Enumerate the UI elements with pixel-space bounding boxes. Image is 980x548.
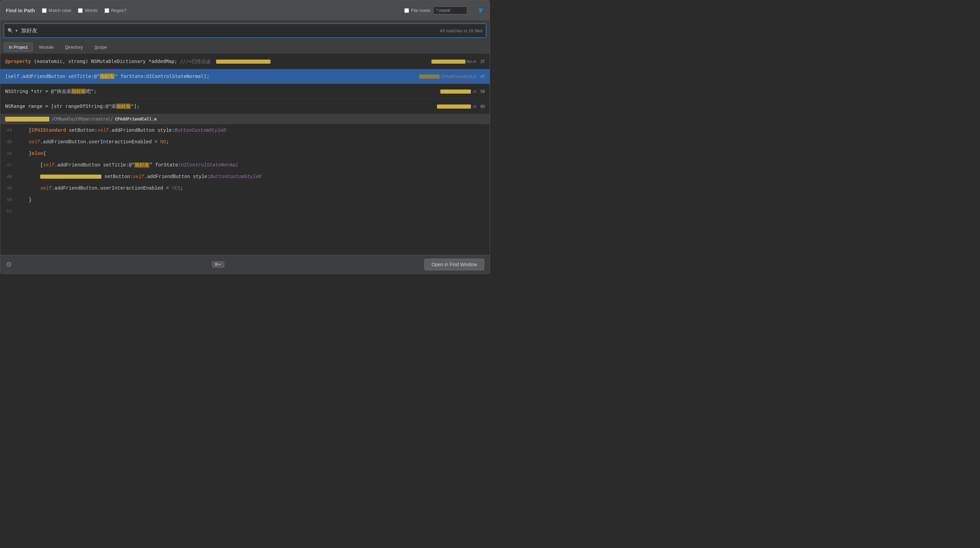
code-line-51: 51 <box>0 206 490 217</box>
scope-tabs: In Project Module Directory Scope <box>0 40 490 54</box>
result-row[interactable]: @property (nonatomic, strong) NSMutableD… <box>0 54 490 69</box>
search-icon-area: 🔍 ▼ <box>8 28 18 33</box>
match-case-label: Match case <box>49 8 71 13</box>
header: Find in Path Match case Words Regex? Fil… <box>0 0 490 21</box>
redact-path-prefix <box>5 117 49 121</box>
tab-scope[interactable]: Scope <box>89 43 112 52</box>
match-count: 49 matches in 18 files <box>440 28 482 33</box>
code-line-50: 50 } <box>0 194 490 206</box>
code-file-path: /CPBundle/CPUser/control/ CPAddFriendCel… <box>0 114 490 124</box>
redact-1 <box>216 60 270 64</box>
search-input[interactable] <box>21 27 440 34</box>
code-line-45: 45 self.addFriendButton.userInteractionE… <box>0 136 490 148</box>
code-line-48: 48 setButton:self.addFriendButton style:… <box>0 171 490 182</box>
tab-in-project-label: In Project <box>9 45 27 50</box>
file-mask-label: File mask: <box>411 8 431 13</box>
tab-directory-label: Directory <box>65 45 83 50</box>
tab-module-label: Module <box>39 45 54 50</box>
regex-checkbox[interactable] <box>105 8 109 13</box>
result-row-selected[interactable]: [self.addFriendButton setTitle:@"加好友" fo… <box>0 69 490 84</box>
result-file: ller.m 37 <box>426 59 485 64</box>
result-file: .m 59 <box>435 89 485 94</box>
result-content: NSString *str = @"快去添加好友吧"; <box>5 89 435 95</box>
code-line-47: 47 [self.addFriendButton setTitle:@"加好友"… <box>0 159 490 171</box>
tab-module[interactable]: Module <box>34 43 59 52</box>
settings-icon[interactable]: ⚙ <box>6 260 12 269</box>
tab-in-project[interactable]: In Project <box>4 43 33 52</box>
result-content: NSRange range = [str rangeOfString:@"添加好… <box>5 104 431 110</box>
code-line-49: 49 self.addFriendButton.userInteractionE… <box>0 182 490 194</box>
result-row[interactable]: NSString *str = @"快去添加好友吧"; .m 59 <box>0 84 490 99</box>
result-file-selected: CPAddFriendCell.m 47 <box>414 74 485 79</box>
search-dropdown-arrow[interactable]: ▼ <box>14 29 18 33</box>
redact-line-48 <box>40 175 102 179</box>
words-checkbox[interactable] <box>78 8 83 13</box>
redact-file-2 <box>419 75 440 79</box>
redact-file-3 <box>440 89 471 94</box>
footer: ⚙ ⌘↵ Open in Find Window <box>0 255 490 274</box>
regex-option[interactable]: Regex? <box>105 8 127 13</box>
match-case-option[interactable]: Match case <box>42 8 71 13</box>
tab-directory[interactable]: Directory <box>60 43 88 52</box>
redact-file-4 <box>437 105 471 108</box>
result-content-selected: [self.addFriendButton setTitle:@"加好友" fo… <box>5 73 414 80</box>
search-icon: 🔍 <box>8 28 13 33</box>
words-label: Words <box>85 8 97 13</box>
match-case-checkbox[interactable] <box>42 8 47 13</box>
results-list: @property (nonatomic, strong) NSMutableD… <box>0 54 490 114</box>
words-option[interactable]: Words <box>78 8 97 13</box>
code-line-44: 44 [CPUIStandard setButton:self.addFrien… <box>0 124 490 136</box>
tab-scope-label: Scope <box>95 45 107 50</box>
result-row[interactable]: NSRange range = [str rangeOfString:@"添加好… <box>0 99 490 114</box>
result-content: @property (nonatomic, strong) NSMutableD… <box>5 59 426 65</box>
code-line-46: 46 }else{ <box>0 148 490 159</box>
result-file: .m 60 <box>431 104 485 109</box>
file-mask-group: File mask: <box>404 6 467 14</box>
redact-file-1 <box>431 60 466 64</box>
code-lines: 44 [CPUIStandard setButton:self.addFrien… <box>0 124 490 255</box>
code-preview: /CPBundle/CPUser/control/ CPAddFriendCel… <box>0 114 490 255</box>
search-bar: 🔍 ▼ 49 matches in 18 files <box>4 24 486 38</box>
regex-label: Regex? <box>111 8 127 13</box>
shortcut-kbd: ⌘↵ <box>212 261 224 268</box>
open-in-find-window-button[interactable]: Open in Find Window <box>424 259 484 270</box>
file-mask-option[interactable]: File mask: <box>404 8 431 13</box>
file-mask-input[interactable] <box>433 6 467 14</box>
shortcut-hint: ⌘↵ <box>212 261 224 268</box>
filter-icon[interactable]: ▼ <box>477 6 484 15</box>
file-mask-checkbox[interactable] <box>404 8 409 13</box>
dialog-title: Find in Path <box>6 8 35 13</box>
find-in-path-dialog: Find in Path Match case Words Regex? Fil… <box>0 0 490 274</box>
